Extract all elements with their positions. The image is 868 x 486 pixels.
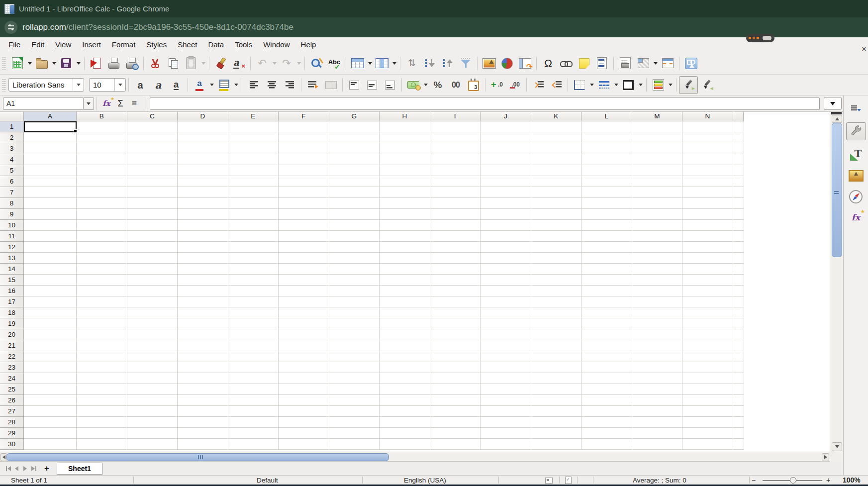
menu-item-data[interactable]: Data — [202, 37, 229, 52]
font-color-dropdown[interactable] — [208, 77, 215, 94]
row-header-14[interactable]: 14 — [0, 264, 24, 275]
hyperlink-button[interactable] — [557, 55, 575, 72]
export-pdf-button[interactable] — [87, 55, 105, 72]
format-percent-button[interactable]: % — [429, 77, 447, 94]
menu-item-window[interactable]: Window — [258, 37, 295, 52]
row-header-29[interactable]: 29 — [0, 428, 24, 439]
sidebar-styles-button[interactable]: T — [847, 146, 866, 163]
insert-chart-button[interactable] — [498, 55, 516, 72]
new-dropdown[interactable] — [26, 55, 33, 72]
row-header-25[interactable]: 25 — [0, 384, 24, 395]
conditional-formatting-dropdown[interactable] — [667, 77, 674, 94]
pen-back-button[interactable]: ◂ — [698, 77, 716, 94]
sidebar-navigator-button[interactable] — [847, 188, 866, 205]
rollapp-widget[interactable] — [746, 34, 774, 42]
borders-dropdown[interactable] — [588, 77, 595, 94]
toolbar-grip[interactable] — [2, 57, 5, 70]
italic-button[interactable]: a — [149, 77, 167, 94]
zoom-slider-handle[interactable] — [790, 477, 796, 484]
menu-item-help[interactable]: Help — [295, 37, 322, 52]
expand-formula-bar-button[interactable] — [824, 97, 842, 110]
paste-button[interactable] — [182, 55, 200, 72]
border-style-button[interactable] — [595, 77, 613, 94]
draw-functions-button[interactable] — [682, 55, 700, 72]
row-header-20[interactable]: 20 — [0, 329, 24, 340]
row-header-1[interactable]: 1 — [0, 121, 24, 132]
row-header-19[interactable]: 19 — [0, 318, 24, 329]
insert-image-button[interactable] — [480, 55, 498, 72]
select-all-corner[interactable] — [0, 112, 24, 121]
row-header-4[interactable]: 4 — [0, 154, 24, 165]
underline-button[interactable]: a — [167, 77, 185, 94]
row-header-21[interactable]: 21 — [0, 340, 24, 351]
url-text[interactable]: rollapp.com/client?sessionId=2bc9a196-3c… — [22, 22, 293, 32]
sidebar-functions-button[interactable]: fx★ — [847, 209, 866, 226]
row-header-15[interactable]: 15 — [0, 275, 24, 286]
column-header-K[interactable]: K — [531, 112, 582, 121]
align-top-button[interactable] — [345, 77, 363, 94]
increase-indent-button[interactable] — [529, 77, 547, 94]
print-button[interactable] — [105, 55, 123, 72]
column-header-C[interactable]: C — [127, 112, 178, 121]
scroll-up-button[interactable] — [832, 115, 842, 123]
row-header-28[interactable]: 28 — [0, 417, 24, 428]
page-style[interactable]: Default — [257, 476, 278, 485]
row-header-16[interactable]: 16 — [0, 286, 24, 296]
open-dropdown[interactable] — [51, 55, 57, 72]
insert-comment-button[interactable] — [575, 55, 593, 72]
redo-button[interactable]: ↷ — [278, 55, 295, 72]
borders-button[interactable] — [571, 77, 588, 94]
sort-descending-button[interactable] — [439, 55, 457, 72]
headers-footers-button[interactable] — [593, 55, 611, 72]
spelling-button[interactable]: Abc✓ — [325, 55, 343, 72]
decrease-indent-button[interactable] — [547, 77, 565, 94]
clear-formatting-button[interactable]: a× — [230, 55, 248, 72]
row-header-27[interactable]: 27 — [0, 406, 24, 417]
delete-decimal-button[interactable]: .00 — [506, 77, 524, 94]
align-center-button[interactable] — [263, 77, 281, 94]
row-header-7[interactable]: 7 — [0, 187, 24, 198]
clone-formatting-button[interactable] — [212, 55, 230, 72]
horizontal-scrollbar[interactable] — [0, 452, 830, 462]
format-number-button[interactable]: 00 — [447, 77, 465, 94]
sum-button[interactable]: Σ — [113, 97, 127, 110]
sort-button[interactable]: ⇅ — [403, 55, 421, 72]
horizontal-scroll-thumb[interactable] — [6, 453, 389, 461]
sidebar-settings-button[interactable] — [847, 99, 866, 116]
font-color-button[interactable]: a — [191, 77, 208, 94]
scroll-down-button[interactable] — [832, 442, 842, 451]
border-color-dropdown[interactable] — [637, 77, 644, 94]
save-dropdown[interactable] — [75, 55, 82, 72]
zoom-out-button[interactable]: − — [752, 476, 756, 484]
row-header-13[interactable]: 13 — [0, 253, 24, 264]
autofilter-button[interactable] — [457, 55, 475, 72]
function-wizard-button[interactable]: fx★ — [99, 97, 113, 110]
freeze-dropdown[interactable] — [652, 55, 659, 72]
paste-dropdown[interactable] — [200, 55, 206, 72]
toolbar-grip[interactable] — [2, 79, 5, 92]
menu-item-styles[interactable]: Styles — [141, 37, 172, 52]
next-sheet-button[interactable] — [21, 464, 29, 473]
row-header-30[interactable]: 30 — [0, 439, 24, 450]
sheet-tab-sheet1[interactable]: Sheet1 — [57, 463, 102, 475]
row-button[interactable] — [349, 55, 367, 72]
column-header-B[interactable]: B — [77, 112, 127, 121]
column-header-J[interactable]: J — [481, 112, 531, 121]
row-header-22[interactable]: 22 — [0, 351, 24, 362]
text-language[interactable]: English (USA) — [404, 476, 446, 485]
split-handle[interactable] — [831, 112, 842, 114]
document-modified-icon[interactable] — [565, 477, 572, 484]
column-header-E[interactable]: E — [228, 112, 279, 121]
vertical-scrollbar[interactable] — [830, 112, 843, 452]
conditional-formatting-button[interactable] — [649, 77, 667, 94]
row-header-12[interactable]: 12 — [0, 242, 24, 253]
menu-item-view[interactable]: View — [50, 37, 77, 52]
open-button[interactable] — [33, 55, 51, 72]
row-header-6[interactable]: 6 — [0, 176, 24, 187]
align-left-button[interactable] — [245, 77, 263, 94]
column-header-L[interactable]: L — [581, 112, 632, 121]
align-right-button[interactable] — [281, 77, 298, 94]
first-sheet-button[interactable] — [4, 464, 12, 473]
font-size-combobox[interactable]: 10 — [89, 78, 126, 92]
row-header-3[interactable]: 3 — [0, 143, 24, 154]
